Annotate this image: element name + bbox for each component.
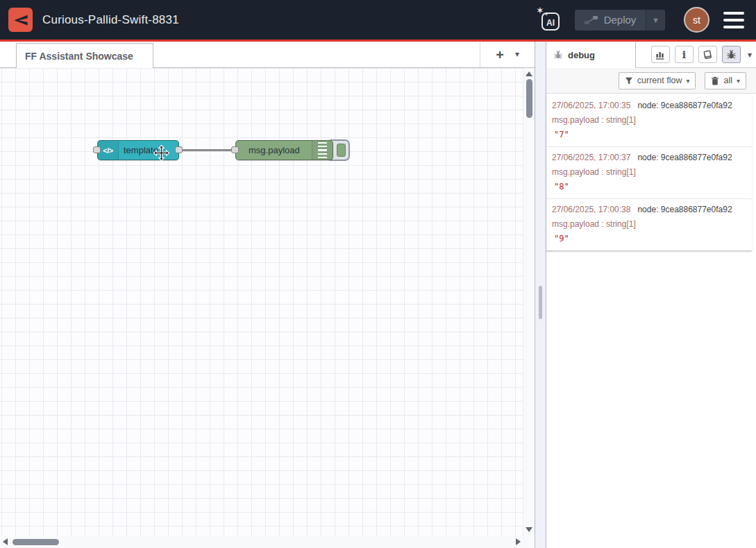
debug-filter-button[interactable]: current flow ▾ <box>619 72 696 89</box>
filter-icon <box>625 77 633 85</box>
message-node-id: node: 9cea886877e0fa92 <box>637 205 732 214</box>
deploy-options-button[interactable]: ▼ <box>646 10 665 31</box>
message-timestamp: 27/06/2025, 17:00:35 <box>552 101 630 110</box>
sidebar-menu-chevron-down-icon[interactable]: ▾ <box>748 50 752 60</box>
ai-assistant-button[interactable]: ✶ ✶ AI <box>537 8 560 33</box>
avatar-initials: st <box>693 15 700 26</box>
debug-message[interactable]: 27/06/2025, 17:00:37node: 9cea886877e0fa… <box>546 146 752 198</box>
debug-toolbar: current flow ▾ all ▾ <box>546 68 756 94</box>
deploy-button-label: Deploy <box>604 14 637 26</box>
message-node-id: node: 9cea886877e0fa92 <box>637 153 732 162</box>
sidebar: debug i <box>546 42 756 548</box>
debug-clear-label: all <box>723 76 732 85</box>
instance-title: Curious-Pallid-Swift-8831 <box>42 13 179 27</box>
message-property: msg.payload : string[1] <box>552 115 748 125</box>
book-icon[interactable] <box>698 46 717 63</box>
wire <box>0 68 523 536</box>
code-icon: </> <box>98 141 119 160</box>
node-red-window: Curious-Pallid-Swift-8831 ✶ ✶ AI Deploy … <box>0 0 756 548</box>
node-debug[interactable]: msg.payload <box>235 140 333 160</box>
trash-icon <box>711 76 719 85</box>
workspace-tabbar: FF Assistant Showcase + ▾ <box>0 42 535 68</box>
debug-message[interactable]: 27/06/2025, 17:00:38node: 9cea886877e0fa… <box>546 198 752 250</box>
sidebar-tab-icons: i <box>651 46 752 63</box>
message-node-id: node: 9cea886877e0fa92 <box>637 101 732 110</box>
deploy-nodes-icon <box>585 15 598 25</box>
node-template[interactable]: </> template <box>97 140 179 160</box>
flow-canvas[interactable]: </> template msg.payload <box>0 68 523 536</box>
message-property: msg.payload : string[1] <box>552 219 748 229</box>
add-flow-button[interactable]: + <box>490 46 510 64</box>
info-icon[interactable]: i <box>675 46 694 63</box>
debug-list-icon <box>312 141 333 160</box>
ai-button-label: AI <box>541 12 560 31</box>
sidebar-resize-separator[interactable] <box>535 42 546 548</box>
message-value: "8" <box>552 182 748 191</box>
template-input-port[interactable] <box>93 146 101 153</box>
scroll-down-arrow-icon[interactable] <box>526 527 532 532</box>
header-accent-line <box>0 40 756 42</box>
debug-message-list: 27/06/2025, 17:00:35node: 9cea886877e0fa… <box>546 95 752 251</box>
sidebar-tab-debug[interactable]: debug <box>546 42 636 68</box>
main-menu-button[interactable] <box>722 11 746 29</box>
template-output-port[interactable] <box>175 146 183 153</box>
horizontal-scroll-thumb[interactable] <box>12 539 59 545</box>
canvas-vertical-scrollbar[interactable] <box>523 68 535 536</box>
sidebar-tab-debug-label: debug <box>568 50 595 60</box>
debug-filter-label: current flow <box>637 76 682 85</box>
flow-list-chevron-down-icon[interactable]: ▾ <box>515 49 519 59</box>
tabbar-divider <box>480 42 480 67</box>
debug-clear-button[interactable]: all ▾ <box>705 72 746 89</box>
message-timestamp: 27/06/2025, 17:00:37 <box>552 153 630 162</box>
user-avatar[interactable]: st <box>684 7 709 33</box>
chevron-down-icon: ▾ <box>686 77 689 85</box>
deploy-button[interactable]: Deploy ▼ <box>575 10 665 31</box>
flow-tab-active[interactable]: FF Assistant Showcase <box>16 43 153 68</box>
vertical-scroll-thumb[interactable] <box>526 79 532 118</box>
header-actions: ✶ ✶ AI Deploy ▼ st <box>537 7 746 33</box>
debug-input-port[interactable] <box>231 146 239 153</box>
scroll-right-arrow-icon[interactable] <box>516 538 521 545</box>
debug-message[interactable]: 27/06/2025, 17:00:35node: 9cea886877e0fa… <box>546 95 752 146</box>
node-template-label: template <box>124 141 158 160</box>
bug-icon <box>553 50 563 60</box>
node-debug-label: msg.payload <box>249 141 300 160</box>
header-bar: Curious-Pallid-Swift-8831 ✶ ✶ AI Deploy … <box>0 0 756 40</box>
message-value: "7" <box>552 130 748 139</box>
bar-chart-icon[interactable] <box>651 46 670 63</box>
chevron-down-icon: ▾ <box>737 77 740 85</box>
sidebar-tabbar: debug i <box>546 42 756 68</box>
flow-tab-label: FF Assistant Showcase <box>25 51 133 62</box>
scroll-left-arrow-icon[interactable] <box>3 538 8 545</box>
app-logo-icon <box>8 8 33 32</box>
separator-drag-handle[interactable] <box>539 286 542 319</box>
scroll-up-arrow-icon[interactable] <box>526 71 532 76</box>
message-value: "9" <box>552 234 748 243</box>
bug-icon[interactable] <box>722 46 741 63</box>
message-property: msg.payload : string[1] <box>552 167 748 177</box>
message-timestamp: 27/06/2025, 17:00:38 <box>552 205 630 214</box>
canvas-horizontal-scrollbar[interactable] <box>0 536 535 548</box>
